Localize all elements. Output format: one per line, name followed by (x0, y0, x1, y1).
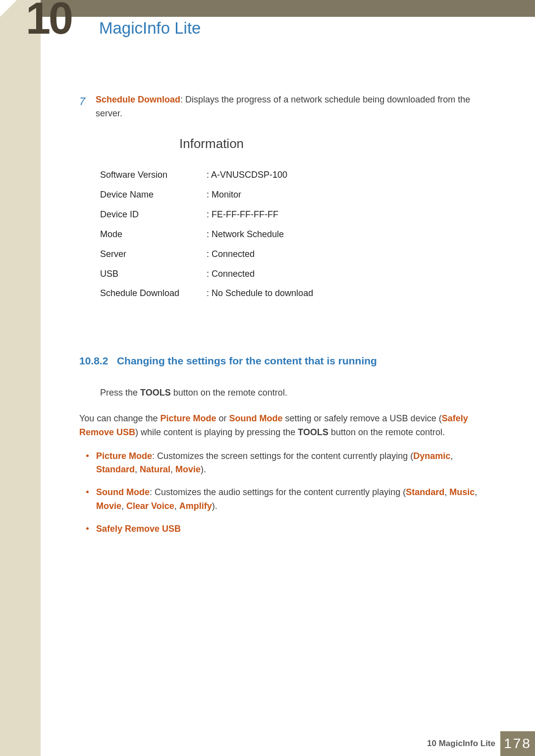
info-row: Server: Connected (100, 245, 377, 264)
sub-instruction: Press the TOOLS button on the remote con… (100, 386, 490, 400)
info-row: Schedule Download: No Schedule to downlo… (100, 284, 377, 303)
t: , (135, 464, 140, 474)
page-footer: 10 MagicInfo Lite 178 (41, 731, 535, 756)
info-row: Mode: Network Schedule (100, 225, 377, 245)
info-row: Software Version: A-VNUSCDSP-100 (100, 165, 377, 185)
subsection-heading: 10.8.2 Changing the settings for the con… (79, 353, 490, 369)
t: TOOLS (140, 388, 171, 398)
info-label: Device Name (100, 188, 207, 202)
step-term: Schedule Download (96, 95, 180, 104)
t: , (475, 487, 477, 497)
t: Picture Mode (160, 413, 216, 423)
bullet-list: Picture Mode: Customizes the screen sett… (86, 450, 490, 536)
subsection: 10.8.2 Changing the settings for the con… (79, 353, 490, 536)
list-item: Safely Remove USB (86, 522, 490, 536)
info-value: : Connected (207, 267, 377, 281)
info-row: USB: Connected (100, 264, 377, 284)
info-value: : FE-FF-FF-FF-FF (207, 208, 377, 222)
info-label: Mode (100, 228, 207, 242)
info-value: : Network Schedule (207, 228, 377, 242)
t: Standard (96, 464, 135, 474)
paragraph: You can change the Picture Mode or Sound… (79, 412, 490, 440)
t: , (444, 487, 449, 497)
info-value: : No Schedule to download (207, 287, 377, 301)
t: ). (212, 501, 217, 511)
information-panel: Information Software Version: A-VNUSCDSP… (100, 134, 377, 304)
t: Sound Mode (229, 413, 283, 423)
t: Natural (140, 464, 170, 474)
t: : Customizes the screen settings for the… (152, 451, 413, 461)
info-row: Device Name: Monitor (100, 185, 377, 205)
subsection-title: Changing the settings for the content th… (117, 355, 377, 366)
t: ) while content is playing by pressing t… (135, 427, 298, 437)
t: Movie (175, 464, 201, 474)
header-band (41, 0, 535, 17)
list-item: Sound Mode: Customizes the audio setting… (86, 486, 490, 513)
t: , (174, 501, 179, 511)
step-number: 7 (79, 93, 93, 110)
page-content: 7 Schedule Download: Displays the progre… (79, 93, 490, 545)
t: ). (201, 464, 206, 474)
info-label: USB (100, 267, 207, 281)
t: Amplify (179, 501, 212, 511)
t: Safely Remove USB (96, 524, 181, 534)
t: , (450, 451, 453, 461)
info-label: Device ID (100, 208, 207, 222)
info-label: Schedule Download (100, 287, 207, 301)
numbered-step: 7 Schedule Download: Displays the progre… (79, 93, 490, 121)
info-row: Device ID: FE-FF-FF-FF-FF (100, 205, 377, 225)
t: , (121, 501, 126, 511)
t: Sound Mode (96, 487, 150, 497)
info-label: Server (100, 248, 207, 261)
t: Press the (100, 388, 140, 398)
chapter-number: 10 (26, 0, 71, 44)
corner-fold (0, 0, 17, 17)
t: button on the remote control. (328, 427, 445, 437)
t: , (170, 464, 175, 474)
footer-chapter-label: 10 MagicInfo Lite (427, 739, 495, 749)
t: Movie (96, 501, 121, 511)
t: Music (449, 487, 475, 497)
info-title: Information (179, 134, 377, 153)
info-label: Software Version (100, 168, 207, 182)
t: Clear Voice (126, 501, 174, 511)
left-margin-stripe (0, 0, 41, 756)
subsection-num: 10.8.2 (79, 355, 108, 366)
t: Standard (406, 487, 444, 497)
t: button on the remote control. (171, 388, 287, 398)
info-value: : A-VNUSCDSP-100 (207, 168, 377, 182)
t: setting or safely remove a USB device ( (283, 413, 442, 423)
info-value: : Connected (207, 248, 377, 261)
footer-page-number: 178 (500, 731, 535, 756)
t: You can change the (79, 413, 160, 423)
t: Dynamic (413, 451, 450, 461)
info-value: : Monitor (207, 188, 377, 202)
t: : Customizes the audio settings for the … (150, 487, 406, 497)
list-item: Picture Mode: Customizes the screen sett… (86, 450, 490, 477)
t: or (216, 413, 229, 423)
chapter-title: MagicInfo Lite (99, 19, 201, 38)
step-text: Schedule Download: Displays the progress… (96, 93, 487, 121)
t: TOOLS (298, 427, 328, 437)
t: Picture Mode (96, 451, 152, 461)
